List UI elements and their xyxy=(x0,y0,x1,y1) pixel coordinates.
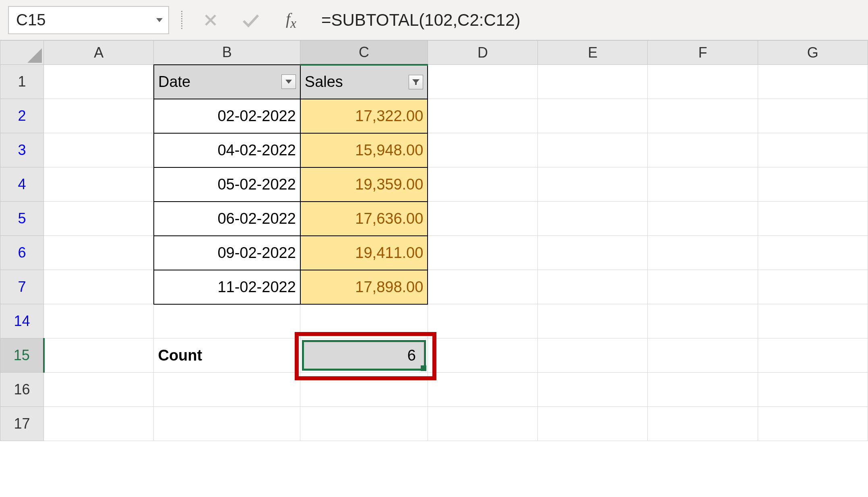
cell[interactable] xyxy=(44,202,154,236)
cell[interactable] xyxy=(758,99,868,133)
cell[interactable] xyxy=(154,304,300,338)
row-header[interactable]: 1 xyxy=(0,65,44,99)
row-header[interactable]: 4 xyxy=(0,167,44,202)
summary-value-cell[interactable]: 6 xyxy=(300,338,428,373)
cell[interactable] xyxy=(44,270,154,304)
cell-date[interactable]: 05-02-2022 xyxy=(154,167,300,202)
col-header-d[interactable]: D xyxy=(428,41,537,65)
cell[interactable] xyxy=(538,338,648,373)
cell[interactable] xyxy=(428,202,537,236)
cell-sales[interactable]: 15,948.00 xyxy=(300,133,428,167)
cell[interactable] xyxy=(44,236,154,270)
cell[interactable] xyxy=(648,99,758,133)
col-header-c[interactable]: C xyxy=(300,41,428,65)
row-header[interactable]: 17 xyxy=(0,407,44,441)
cell-date[interactable]: 04-02-2022 xyxy=(154,133,300,167)
cell[interactable] xyxy=(538,407,648,441)
cell[interactable] xyxy=(758,373,868,407)
cell[interactable] xyxy=(428,270,537,304)
cell[interactable] xyxy=(538,304,648,338)
table-header-date[interactable]: Date xyxy=(154,65,300,99)
cell[interactable] xyxy=(758,167,868,202)
cell[interactable] xyxy=(648,202,758,236)
cell[interactable] xyxy=(428,304,537,338)
cell[interactable] xyxy=(538,99,648,133)
cell[interactable] xyxy=(648,270,758,304)
cell[interactable] xyxy=(648,236,758,270)
col-header-b[interactable]: B xyxy=(154,41,300,65)
row-header[interactable]: 15 xyxy=(0,338,44,373)
select-all-corner[interactable] xyxy=(0,41,44,65)
cell[interactable] xyxy=(44,65,154,99)
row-header[interactable]: 14 xyxy=(0,304,44,338)
cell[interactable] xyxy=(300,373,428,407)
col-header-e[interactable]: E xyxy=(538,41,648,65)
col-header-f[interactable]: F xyxy=(648,41,758,65)
cell-sales[interactable]: 19,411.00 xyxy=(300,236,428,270)
col-header-g[interactable]: G xyxy=(758,41,868,65)
cell[interactable] xyxy=(300,407,428,441)
cell[interactable] xyxy=(648,407,758,441)
formula-input[interactable] xyxy=(317,6,860,34)
cell[interactable] xyxy=(44,99,154,133)
cell[interactable] xyxy=(648,373,758,407)
cell[interactable] xyxy=(44,304,154,338)
cell[interactable] xyxy=(44,133,154,167)
cell[interactable] xyxy=(758,202,868,236)
cell[interactable] xyxy=(758,407,868,441)
cell[interactable] xyxy=(648,338,758,373)
cell[interactable] xyxy=(44,338,154,373)
cell[interactable] xyxy=(648,133,758,167)
row-header[interactable]: 5 xyxy=(0,202,44,236)
cell[interactable] xyxy=(758,338,868,373)
cell[interactable] xyxy=(428,99,537,133)
cell[interactable] xyxy=(154,373,300,407)
cell[interactable] xyxy=(758,236,868,270)
cell[interactable] xyxy=(44,167,154,202)
col-header-a[interactable]: A xyxy=(44,41,154,65)
cell[interactable] xyxy=(758,133,868,167)
cell[interactable] xyxy=(758,65,868,99)
enter-button[interactable] xyxy=(237,8,265,32)
cell[interactable] xyxy=(538,65,648,99)
cell[interactable] xyxy=(648,304,758,338)
table-header-sales[interactable]: Sales xyxy=(300,65,428,99)
cell-sales[interactable]: 17,636.00 xyxy=(300,202,428,236)
cell[interactable] xyxy=(428,133,537,167)
cell-sales[interactable]: 17,898.00 xyxy=(300,270,428,304)
cell[interactable] xyxy=(428,373,537,407)
row-header[interactable]: 3 xyxy=(0,133,44,167)
name-box[interactable]: C15 xyxy=(8,6,169,34)
cell[interactable] xyxy=(538,202,648,236)
fx-icon[interactable]: fx xyxy=(277,9,305,31)
cell[interactable] xyxy=(428,167,537,202)
cell[interactable] xyxy=(648,167,758,202)
cancel-button[interactable] xyxy=(196,8,225,32)
cell[interactable] xyxy=(648,65,758,99)
row-header[interactable]: 7 xyxy=(0,270,44,304)
filter-dropdown-icon[interactable] xyxy=(281,74,296,89)
cell[interactable] xyxy=(154,407,300,441)
cell[interactable] xyxy=(538,270,648,304)
cell[interactable] xyxy=(538,167,648,202)
cell[interactable] xyxy=(538,133,648,167)
row-header[interactable]: 2 xyxy=(0,99,44,133)
cell[interactable] xyxy=(428,236,537,270)
filter-active-icon[interactable] xyxy=(409,75,423,89)
cell[interactable] xyxy=(44,373,154,407)
cell-date[interactable]: 11-02-2022 xyxy=(154,270,300,304)
cell-date[interactable]: 09-02-2022 xyxy=(154,236,300,270)
summary-label-cell[interactable]: Count xyxy=(154,338,300,373)
name-box-dropdown-icon[interactable] xyxy=(155,15,164,25)
cell[interactable] xyxy=(428,407,537,441)
cell[interactable] xyxy=(758,304,868,338)
cell-date[interactable]: 02-02-2022 xyxy=(154,99,300,133)
row-header[interactable]: 6 xyxy=(0,236,44,270)
cell[interactable] xyxy=(758,270,868,304)
cell-sales[interactable]: 19,359.00 xyxy=(300,167,428,202)
cell-date[interactable]: 06-02-2022 xyxy=(154,202,300,236)
cell[interactable] xyxy=(428,65,537,99)
cell[interactable] xyxy=(538,373,648,407)
cell[interactable] xyxy=(538,236,648,270)
row-header[interactable]: 16 xyxy=(0,373,44,407)
